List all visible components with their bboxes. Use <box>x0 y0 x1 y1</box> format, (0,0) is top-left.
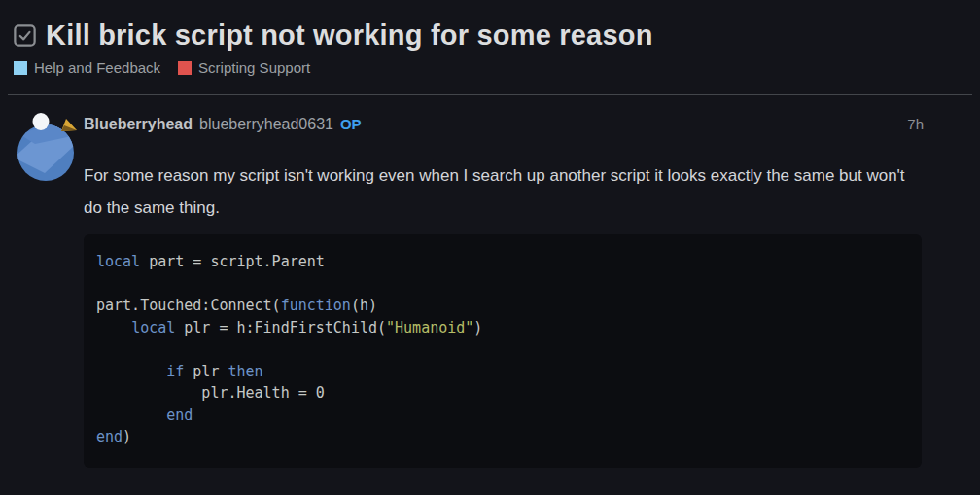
tag-label: Help and Feedback <box>34 60 160 75</box>
tag-label: Scripting Support <box>198 60 310 75</box>
code-line: end) <box>96 426 908 448</box>
category-tags: Help and FeedbackScripting Support <box>14 57 968 78</box>
topic-page: Kill brick script not working for some r… <box>0 0 980 495</box>
category-tag[interactable]: Help and Feedback <box>14 60 160 75</box>
avatar[interactable] <box>16 111 80 181</box>
code-line: local plr = h:FindFirstChild("Humanoid") <box>96 317 908 339</box>
code-block[interactable]: local part = script.Parent part.Touched:… <box>84 234 922 468</box>
op-badge: OP <box>340 116 362 132</box>
post-timestamp[interactable]: 7h <box>907 116 924 132</box>
code-block-content: local part = script.Parent part.Touched:… <box>96 251 908 448</box>
post-main: Blueberryhead blueberryhead0631 OP 7h Fo… <box>84 95 924 468</box>
post-meta-row: Blueberryhead blueberryhead0631 OP 7h <box>84 116 924 137</box>
author-display-name[interactable]: Blueberryhead <box>84 116 192 133</box>
code-line: part.Touched:Connect(function(h) <box>96 295 908 317</box>
code-line: end <box>96 405 908 427</box>
code-line <box>96 338 908 361</box>
title-row: Kill brick script not working for some r… <box>12 17 968 53</box>
check-square-icon[interactable] <box>12 22 38 49</box>
author-username[interactable]: blueberryhead0631 <box>199 116 333 133</box>
tag-color-square-icon <box>178 61 192 75</box>
code-line: plr.Health = 0 <box>96 382 908 405</box>
code-line <box>96 273 908 296</box>
avatar-eye <box>33 113 50 130</box>
code-line: if plr then <box>96 361 908 383</box>
topic-header: Kill brick script not working for some r… <box>0 0 980 78</box>
topic-title[interactable]: Kill brick script not working for some r… <box>46 17 653 53</box>
tag-color-square-icon <box>14 61 27 75</box>
post: Blueberryhead blueberryhead0631 OP 7h Fo… <box>0 95 980 468</box>
code-line: local part = script.Parent <box>96 251 908 273</box>
category-tag[interactable]: Scripting Support <box>178 60 310 75</box>
post-body: For some reason my script isn't working … <box>84 159 916 224</box>
